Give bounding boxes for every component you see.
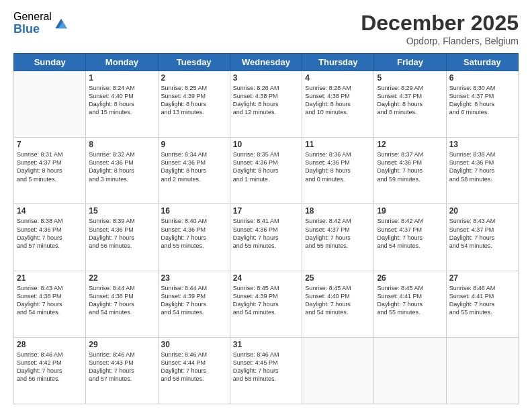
table-row: 22Sunrise: 8:44 AM Sunset: 4:38 PM Dayli… [86, 271, 158, 337]
cell-info: Sunrise: 8:46 AM Sunset: 4:43 PM Dayligh… [89, 351, 154, 383]
table-row: 7Sunrise: 8:31 AM Sunset: 4:37 PM Daylig… [14, 138, 86, 204]
day-number: 24 [233, 273, 299, 283]
day-number: 5 [377, 73, 443, 83]
day-number: 18 [305, 206, 371, 216]
table-row: 1Sunrise: 8:24 AM Sunset: 4:40 PM Daylig… [86, 71, 158, 138]
cell-info: Sunrise: 8:45 AM Sunset: 4:41 PM Dayligh… [377, 284, 443, 317]
cell-info: Sunrise: 8:31 AM Sunset: 4:37 PM Dayligh… [17, 150, 83, 183]
calendar-week-0: 1Sunrise: 8:24 AM Sunset: 4:40 PM Daylig… [14, 71, 519, 138]
cell-info: Sunrise: 8:42 AM Sunset: 4:37 PM Dayligh… [305, 217, 371, 250]
cell-info: Sunrise: 8:24 AM Sunset: 4:40 PM Dayligh… [89, 84, 154, 117]
table-row [446, 337, 518, 404]
day-number: 8 [89, 140, 154, 149]
table-row [14, 71, 86, 138]
cell-info: Sunrise: 8:44 AM Sunset: 4:39 PM Dayligh… [161, 284, 227, 317]
table-row: 6Sunrise: 8:30 AM Sunset: 4:37 PM Daylig… [446, 71, 518, 138]
day-number: 21 [17, 273, 83, 283]
table-row: 5Sunrise: 8:29 AM Sunset: 4:37 PM Daylig… [374, 71, 446, 138]
day-number: 1 [89, 73, 154, 83]
table-row: 10Sunrise: 8:35 AM Sunset: 4:36 PM Dayli… [230, 138, 302, 204]
table-row: 15Sunrise: 8:39 AM Sunset: 4:36 PM Dayli… [86, 204, 158, 271]
table-row [302, 337, 374, 404]
cell-info: Sunrise: 8:35 AM Sunset: 4:36 PM Dayligh… [233, 150, 299, 183]
day-number: 4 [305, 73, 371, 83]
cell-info: Sunrise: 8:37 AM Sunset: 4:36 PM Dayligh… [377, 150, 443, 183]
cell-info: Sunrise: 8:41 AM Sunset: 4:36 PM Dayligh… [233, 217, 299, 250]
calendar-header-row: Sunday Monday Tuesday Wednesday Thursday… [14, 54, 519, 71]
day-number: 19 [377, 206, 443, 216]
day-number: 31 [233, 340, 299, 349]
cell-info: Sunrise: 8:46 AM Sunset: 4:45 PM Dayligh… [233, 351, 299, 383]
cell-info: Sunrise: 8:44 AM Sunset: 4:38 PM Dayligh… [89, 284, 154, 317]
cell-info: Sunrise: 8:45 AM Sunset: 4:40 PM Dayligh… [305, 284, 371, 317]
table-row: 17Sunrise: 8:41 AM Sunset: 4:36 PM Dayli… [230, 204, 302, 271]
table-row: 21Sunrise: 8:43 AM Sunset: 4:38 PM Dayli… [14, 271, 86, 337]
day-number: 2 [161, 73, 227, 83]
day-number: 16 [161, 206, 227, 216]
table-row: 18Sunrise: 8:42 AM Sunset: 4:37 PM Dayli… [302, 204, 374, 271]
table-row: 12Sunrise: 8:37 AM Sunset: 4:36 PM Dayli… [374, 138, 446, 204]
table-row: 26Sunrise: 8:45 AM Sunset: 4:41 PM Dayli… [374, 271, 446, 337]
day-number: 23 [161, 273, 227, 283]
col-thursday: Thursday [302, 54, 374, 71]
cell-info: Sunrise: 8:39 AM Sunset: 4:36 PM Dayligh… [89, 217, 154, 250]
table-row: 25Sunrise: 8:45 AM Sunset: 4:40 PM Dayli… [302, 271, 374, 337]
table-row: 8Sunrise: 8:32 AM Sunset: 4:36 PM Daylig… [86, 138, 158, 204]
day-number: 14 [17, 206, 83, 216]
logo-general: General [13, 11, 52, 23]
day-number: 30 [161, 340, 227, 349]
page-container: General Blue December 2025 Opdorp, Fland… [0, 0, 532, 411]
cell-info: Sunrise: 8:38 AM Sunset: 4:36 PM Dayligh… [17, 217, 83, 250]
header: General Blue December 2025 Opdorp, Fland… [13, 11, 519, 46]
cell-info: Sunrise: 8:46 AM Sunset: 4:41 PM Dayligh… [449, 284, 515, 317]
table-row: 20Sunrise: 8:43 AM Sunset: 4:37 PM Dayli… [446, 204, 518, 271]
cell-info: Sunrise: 8:32 AM Sunset: 4:36 PM Dayligh… [89, 150, 154, 183]
table-row: 29Sunrise: 8:46 AM Sunset: 4:43 PM Dayli… [86, 337, 158, 404]
table-row: 3Sunrise: 8:26 AM Sunset: 4:38 PM Daylig… [230, 71, 302, 138]
day-number: 15 [89, 206, 154, 216]
cell-info: Sunrise: 8:34 AM Sunset: 4:36 PM Dayligh… [161, 150, 227, 183]
col-tuesday: Tuesday [158, 54, 230, 71]
logo-text: General Blue [13, 11, 52, 36]
calendar-week-4: 28Sunrise: 8:46 AM Sunset: 4:42 PM Dayli… [14, 337, 519, 404]
day-number: 13 [449, 140, 515, 149]
col-wednesday: Wednesday [230, 54, 302, 71]
location: Opdorp, Flanders, Belgium [361, 36, 519, 46]
cell-info: Sunrise: 8:40 AM Sunset: 4:36 PM Dayligh… [161, 217, 227, 250]
table-row: 9Sunrise: 8:34 AM Sunset: 4:36 PM Daylig… [158, 138, 230, 204]
table-row: 11Sunrise: 8:36 AM Sunset: 4:36 PM Dayli… [302, 138, 374, 204]
table-row: 19Sunrise: 8:42 AM Sunset: 4:37 PM Dayli… [374, 204, 446, 271]
day-number: 22 [89, 273, 154, 283]
cell-info: Sunrise: 8:26 AM Sunset: 4:38 PM Dayligh… [233, 84, 299, 117]
day-number: 6 [449, 73, 515, 83]
day-number: 3 [233, 73, 299, 83]
table-row [374, 337, 446, 404]
day-number: 26 [377, 273, 443, 283]
cell-info: Sunrise: 8:25 AM Sunset: 4:39 PM Dayligh… [161, 84, 227, 117]
cell-info: Sunrise: 8:46 AM Sunset: 4:42 PM Dayligh… [17, 351, 83, 383]
table-row: 23Sunrise: 8:44 AM Sunset: 4:39 PM Dayli… [158, 271, 230, 337]
cell-info: Sunrise: 8:43 AM Sunset: 4:38 PM Dayligh… [17, 284, 83, 317]
day-number: 10 [233, 140, 299, 149]
cell-info: Sunrise: 8:36 AM Sunset: 4:36 PM Dayligh… [305, 150, 371, 183]
day-number: 12 [377, 140, 443, 149]
table-row: 16Sunrise: 8:40 AM Sunset: 4:36 PM Dayli… [158, 204, 230, 271]
col-friday: Friday [374, 54, 446, 71]
cell-info: Sunrise: 8:30 AM Sunset: 4:37 PM Dayligh… [449, 84, 515, 117]
logo-blue: Blue [13, 23, 52, 36]
table-row: 2Sunrise: 8:25 AM Sunset: 4:39 PM Daylig… [158, 71, 230, 138]
table-row: 27Sunrise: 8:46 AM Sunset: 4:41 PM Dayli… [446, 271, 518, 337]
day-number: 7 [17, 140, 83, 149]
calendar-week-2: 14Sunrise: 8:38 AM Sunset: 4:36 PM Dayli… [14, 204, 519, 271]
table-row: 28Sunrise: 8:46 AM Sunset: 4:42 PM Dayli… [14, 337, 86, 404]
day-number: 20 [449, 206, 515, 216]
month-title: December 2025 [361, 11, 519, 36]
calendar-week-1: 7Sunrise: 8:31 AM Sunset: 4:37 PM Daylig… [14, 138, 519, 204]
cell-info: Sunrise: 8:38 AM Sunset: 4:36 PM Dayligh… [449, 150, 515, 183]
table-row: 13Sunrise: 8:38 AM Sunset: 4:36 PM Dayli… [446, 138, 518, 204]
col-monday: Monday [86, 54, 158, 71]
title-section: December 2025 Opdorp, Flanders, Belgium [361, 11, 519, 46]
day-number: 25 [305, 273, 371, 283]
cell-info: Sunrise: 8:28 AM Sunset: 4:38 PM Dayligh… [305, 84, 371, 117]
table-row: 14Sunrise: 8:38 AM Sunset: 4:36 PM Dayli… [14, 204, 86, 271]
